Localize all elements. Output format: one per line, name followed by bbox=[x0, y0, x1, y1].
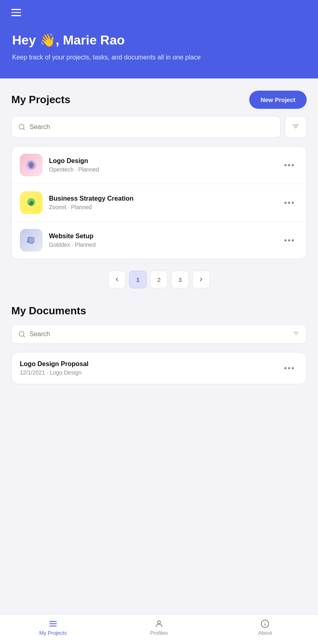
documents-section-header: My Documents bbox=[11, 305, 307, 317]
nav-profiles-icon bbox=[155, 619, 163, 628]
more-options-button[interactable]: ••• bbox=[281, 159, 298, 172]
documents-search-input[interactable] bbox=[30, 330, 288, 338]
search-icon bbox=[18, 123, 25, 131]
project-meta: Golddex · Planned bbox=[49, 241, 274, 248]
nav-item-my-projects[interactable]: My Projects bbox=[37, 619, 69, 636]
header: Hey 👋, Marie Rao Keep track of your proj… bbox=[0, 0, 318, 78]
nav-item-profiles[interactable]: Profiles bbox=[143, 619, 175, 636]
table-row[interactable]: Website Setup Golddex · Planned ••• bbox=[12, 222, 306, 259]
page-1-button[interactable]: 1 bbox=[129, 271, 147, 288]
prev-page-button[interactable] bbox=[108, 271, 126, 288]
page-3-button[interactable]: 3 bbox=[171, 271, 189, 288]
new-project-button[interactable]: New Project bbox=[249, 91, 307, 109]
filter-icon bbox=[292, 123, 300, 131]
more-options-button[interactable]: ••• bbox=[281, 234, 298, 247]
project-meta: Opentech · Planned bbox=[49, 166, 274, 173]
document-meta: 12/1/2021 · Logo Design bbox=[20, 369, 274, 376]
nav-projects-label: My Projects bbox=[39, 630, 67, 636]
document-list: Logo Design Proposal 12/1/2021 · Logo De… bbox=[11, 352, 307, 384]
nav-item-about[interactable]: About bbox=[249, 619, 281, 636]
table-row[interactable]: Logo Design Opentech · Planned ••• bbox=[12, 146, 306, 184]
projects-search-row bbox=[11, 116, 307, 138]
project-icon-website bbox=[20, 229, 42, 252]
next-icon bbox=[198, 277, 204, 282]
nav-about-label: About bbox=[258, 630, 272, 636]
projects-title: My Projects bbox=[11, 93, 70, 106]
page-2-button[interactable]: 2 bbox=[150, 271, 168, 288]
project-info: Website Setup Golddex · Planned bbox=[49, 233, 274, 248]
project-name: Website Setup bbox=[49, 233, 274, 240]
prev-icon bbox=[114, 277, 120, 282]
svg-line-1 bbox=[23, 128, 24, 129]
document-more-options-button[interactable]: ••• bbox=[281, 362, 298, 375]
documents-search-icon bbox=[18, 330, 25, 338]
nav-about-icon bbox=[261, 619, 269, 628]
project-meta: Zoomit · Planned bbox=[49, 204, 274, 210]
hamburger-menu[interactable] bbox=[11, 9, 21, 16]
documents-filter-icon bbox=[293, 330, 300, 338]
document-name: Logo Design Proposal bbox=[20, 360, 274, 368]
svg-line-16 bbox=[23, 335, 24, 337]
more-options-button[interactable]: ••• bbox=[281, 197, 298, 209]
documents-title: My Documents bbox=[11, 305, 86, 317]
list-item[interactable]: Logo Design Proposal 12/1/2021 · Logo De… bbox=[12, 352, 306, 384]
project-info: Logo Design Opentech · Planned bbox=[49, 157, 274, 173]
document-info: Logo Design Proposal 12/1/2021 · Logo De… bbox=[20, 360, 274, 376]
pagination: 1 2 3 bbox=[11, 271, 307, 288]
nav-profiles-label: Profiles bbox=[150, 630, 167, 636]
project-icon-logo bbox=[20, 154, 42, 176]
header-subtitle: Keep track of your projects, tasks, and … bbox=[12, 53, 306, 62]
svg-rect-14 bbox=[28, 237, 34, 243]
svg-point-23 bbox=[157, 621, 160, 624]
projects-section-header: My Projects New Project bbox=[11, 91, 307, 109]
nav-projects-icon bbox=[49, 619, 57, 628]
project-name: Business Strategy Creation bbox=[49, 195, 274, 202]
bottom-navigation: My Projects Profiles About bbox=[0, 614, 318, 644]
greeting-text: Hey 👋, Marie Rao bbox=[12, 32, 306, 48]
project-list: Logo Design Opentech · Planned ••• Busin… bbox=[11, 146, 307, 259]
project-icon-business bbox=[20, 191, 42, 214]
main-content: My Projects New Project bbox=[0, 78, 318, 425]
projects-search-input[interactable] bbox=[30, 123, 274, 131]
documents-section: My Documents Logo Design Proposal 12/1/2… bbox=[11, 305, 307, 384]
project-name: Logo Design bbox=[49, 157, 274, 165]
table-row[interactable]: Business Strategy Creation Zoomit · Plan… bbox=[12, 184, 306, 222]
next-page-button[interactable] bbox=[192, 271, 210, 288]
projects-search-wrapper bbox=[11, 116, 281, 138]
projects-filter-button[interactable] bbox=[285, 116, 307, 138]
project-info: Business Strategy Creation Zoomit · Plan… bbox=[49, 195, 274, 210]
documents-search-row bbox=[11, 324, 307, 344]
